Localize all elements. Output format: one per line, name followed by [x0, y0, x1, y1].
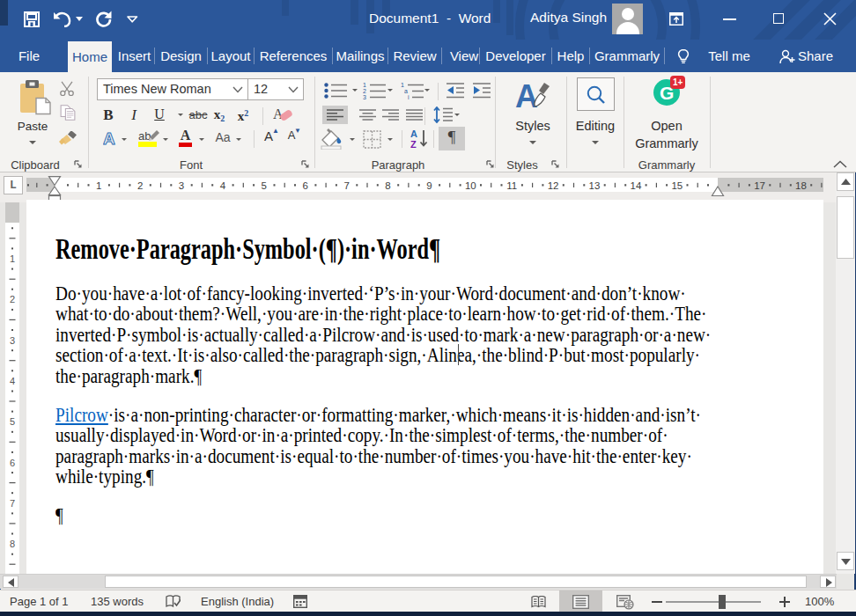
svg-text:3: 3: [10, 335, 15, 346]
svg-text:2: 2: [10, 294, 15, 304]
svg-text:10: 10: [465, 180, 476, 191]
svg-text:13: 13: [589, 180, 601, 191]
svg-text:7: 7: [343, 180, 349, 191]
svg-text:a: a: [404, 88, 408, 94]
svg-text:9: 9: [426, 180, 432, 191]
svg-text:3: 3: [363, 94, 366, 99]
svg-text:A: A: [515, 79, 538, 112]
svg-text:8: 8: [385, 180, 390, 191]
svg-text:6: 6: [10, 458, 15, 468]
svg-text:12: 12: [548, 180, 559, 191]
svg-text:6: 6: [302, 180, 307, 191]
svg-text:3: 3: [179, 180, 184, 191]
svg-text:2: 2: [363, 88, 366, 94]
svg-text:1: 1: [96, 180, 101, 191]
svg-text:A: A: [103, 129, 115, 146]
svg-text:1: 1: [401, 82, 404, 88]
svg-text:A: A: [410, 128, 417, 139]
svg-text:14: 14: [631, 180, 642, 191]
svg-text:1: 1: [10, 253, 15, 264]
svg-text:4: 4: [10, 376, 15, 386]
svg-text:5: 5: [10, 416, 15, 427]
svg-text:2: 2: [137, 180, 143, 191]
svg-text:11: 11: [506, 180, 517, 191]
svg-text:5: 5: [262, 180, 267, 191]
svg-text:1: 1: [363, 82, 366, 88]
svg-text:Z: Z: [410, 139, 417, 150]
svg-text:17: 17: [754, 180, 765, 191]
svg-text:4: 4: [220, 180, 226, 191]
svg-text:8: 8: [10, 539, 15, 549]
svg-text:18: 18: [795, 180, 807, 191]
svg-text:15: 15: [671, 180, 683, 191]
svg-text:7: 7: [10, 498, 15, 509]
svg-text:i: i: [408, 94, 410, 99]
